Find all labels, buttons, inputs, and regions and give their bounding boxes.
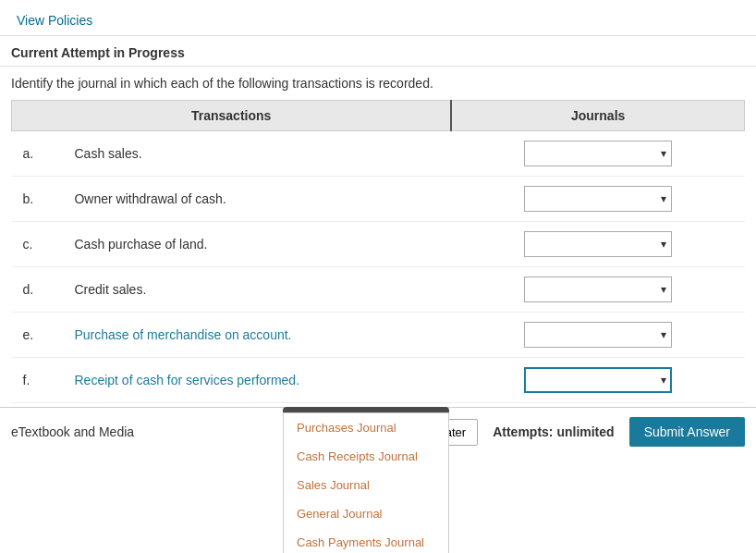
dropdown-options-list: Purchases JournalCash Receipts JournalSa… bbox=[283, 412, 449, 553]
journal-cell-c: Purchases JournalCash Receipts JournalSa… bbox=[451, 222, 744, 267]
journal-cell-a: Purchases JournalCash Receipts JournalSa… bbox=[451, 131, 744, 177]
journal-dropdown-popup: Purchases JournalCash Receipts JournalSa… bbox=[283, 407, 449, 553]
question-table: Transactions Journals a.Cash sales.Purch… bbox=[11, 100, 745, 403]
table-row: d.Credit sales.Purchases JournalCash Rec… bbox=[12, 267, 745, 313]
journal-cell-b: Purchases JournalCash Receipts JournalSa… bbox=[451, 177, 744, 222]
row-text-e: Purchase of merchandise on account. bbox=[63, 313, 451, 358]
table-row: c.Cash purchase of land.Purchases Journa… bbox=[12, 222, 745, 267]
view-policies-link[interactable]: View Policies bbox=[6, 6, 104, 35]
journal-select-c[interactable]: Purchases JournalCash Receipts JournalSa… bbox=[524, 231, 672, 257]
dropdown-option[interactable]: Sales Journal bbox=[284, 471, 448, 499]
journal-select-b[interactable]: Purchases JournalCash Receipts JournalSa… bbox=[524, 186, 672, 212]
attempts-label: Attempts: unlimited bbox=[493, 424, 614, 439]
table-row: a.Cash sales.Purchases JournalCash Recei… bbox=[12, 131, 745, 177]
journal-cell-d: Purchases JournalCash Receipts JournalSa… bbox=[451, 267, 744, 313]
row-label-a: a. bbox=[12, 131, 64, 177]
submit-answer-button[interactable]: Submit Answer bbox=[629, 417, 745, 447]
etextbook-link[interactable]: eTextbook and Media bbox=[11, 424, 134, 439]
journal-cell-f: Purchases JournalCash Receipts JournalSa… bbox=[451, 358, 744, 403]
row-label-f: f. bbox=[12, 358, 64, 403]
table-row: f.Receipt of cash for services performed… bbox=[12, 358, 745, 403]
current-attempt-label: Current Attempt in Progress bbox=[0, 36, 756, 66]
journal-cell-e: Purchases JournalCash Receipts JournalSa… bbox=[451, 313, 744, 358]
attempt-divider bbox=[0, 66, 756, 67]
dropdown-option[interactable]: Cash Receipts Journal bbox=[284, 442, 448, 471]
dropdown-option[interactable]: General Journal bbox=[284, 499, 448, 528]
journal-select-d[interactable]: Purchases JournalCash Receipts JournalSa… bbox=[524, 276, 672, 302]
table-row: e.Purchase of merchandise on account.Pur… bbox=[12, 313, 745, 358]
row-label-b: b. bbox=[12, 177, 64, 222]
row-text-c: Cash purchase of land. bbox=[63, 222, 451, 267]
instructions-text: Identify the journal in which each of th… bbox=[0, 76, 756, 100]
col-header-journals: Journals bbox=[451, 101, 744, 131]
dropdown-option[interactable]: Cash Payments Journal bbox=[284, 528, 448, 553]
row-label-c: c. bbox=[12, 222, 64, 267]
dropdown-option[interactable]: Purchases Journal bbox=[284, 413, 448, 442]
table-row: b.Owner withdrawal of cash.Purchases Jou… bbox=[12, 177, 745, 222]
row-label-d: d. bbox=[12, 267, 64, 313]
journal-select-a[interactable]: Purchases JournalCash Receipts JournalSa… bbox=[524, 141, 672, 166]
row-text-f: Receipt of cash for services performed. bbox=[63, 358, 451, 403]
col-header-transactions: Transactions bbox=[12, 101, 452, 131]
row-label-e: e. bbox=[12, 313, 64, 358]
journal-select-e[interactable]: Purchases JournalCash Receipts JournalSa… bbox=[524, 322, 672, 348]
footer-left: eTextbook and Media bbox=[11, 424, 134, 439]
journal-select-f[interactable]: Purchases JournalCash Receipts JournalSa… bbox=[524, 367, 672, 393]
row-text-b: Owner withdrawal of cash. bbox=[63, 177, 451, 222]
row-text-a: Cash sales. bbox=[63, 131, 451, 177]
row-text-d: Credit sales. bbox=[63, 267, 451, 313]
